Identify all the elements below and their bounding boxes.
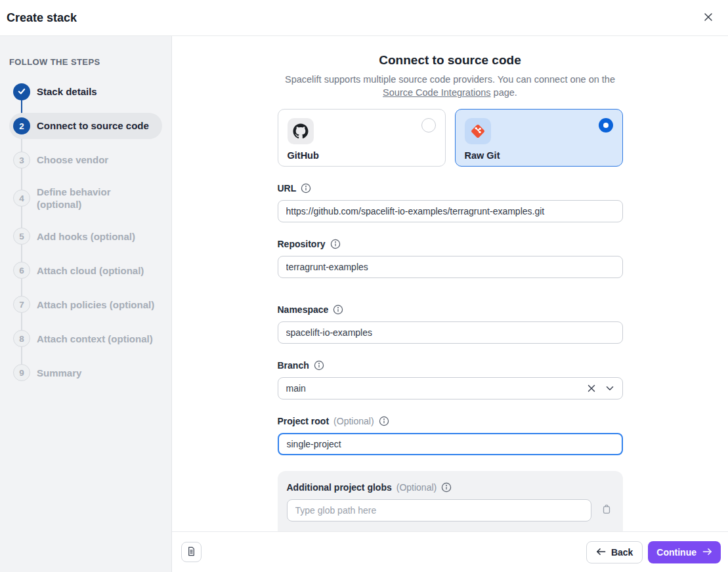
step-circle: 3 xyxy=(13,152,30,169)
documentation-button[interactable] xyxy=(181,542,202,562)
field-label-text: Additional project globs xyxy=(287,482,392,493)
step-circle: 6 xyxy=(13,262,30,279)
field-label-text: Project root xyxy=(278,416,330,426)
provider-radio-raw-git[interactable] xyxy=(599,118,613,133)
step-label: Attach cloud (optional) xyxy=(37,264,144,277)
branch-select-value: main xyxy=(286,383,587,394)
info-icon[interactable] xyxy=(379,416,389,426)
step-label: Attach policies (optional) xyxy=(37,298,154,311)
step-circle: 7 xyxy=(13,296,30,313)
stepper: Stack details 2 Connect to source code 3… xyxy=(9,79,162,386)
step-label: Define behavior (optional) xyxy=(37,186,156,211)
check-icon xyxy=(17,87,26,98)
github-icon xyxy=(288,118,314,144)
delete-glob-button[interactable] xyxy=(599,503,614,517)
field-label-text: Namespace xyxy=(278,304,329,315)
subtitle-text: page. xyxy=(491,87,517,98)
close-icon xyxy=(703,12,714,24)
info-icon[interactable] xyxy=(301,183,311,194)
x-clear-icon[interactable] xyxy=(587,384,596,393)
git-icon xyxy=(465,118,491,144)
step-label: Connect to source code xyxy=(37,119,149,132)
arrow-left-icon xyxy=(596,547,606,558)
continue-button[interactable]: Continue xyxy=(648,541,721,563)
field-repository: Repository xyxy=(278,239,623,278)
step-circle: 9 xyxy=(13,364,30,381)
sidebar-step-add-hooks[interactable]: 5 Add hooks (optional) xyxy=(9,223,162,249)
optional-tag: (Optional) xyxy=(396,482,437,493)
sidebar-step-summary[interactable]: 9 Summary xyxy=(9,359,162,386)
info-icon[interactable] xyxy=(330,239,341,249)
provider-name: Raw Git xyxy=(465,150,613,161)
info-icon[interactable] xyxy=(314,360,324,371)
sidebar-step-connect-source-code[interactable]: 2 Connect to source code xyxy=(9,113,162,139)
step-circle: 4 xyxy=(13,190,30,207)
step-label: Attach context (optional) xyxy=(37,333,153,345)
step-content: Connect to source code Spacelift support… xyxy=(172,36,728,531)
provider-radio-github[interactable] xyxy=(421,118,436,133)
page-subtitle: Spacelift supports multiple source code … xyxy=(278,73,623,100)
sidebar-step-attach-cloud[interactable]: 6 Attach cloud (optional) xyxy=(9,257,162,283)
sidebar-heading: FOLLOW THE STEPS xyxy=(9,57,162,67)
field-project-root: Project root (Optional) xyxy=(278,416,623,455)
field-label-text: Branch xyxy=(278,360,309,371)
wizard-footer: Back Continue xyxy=(172,531,728,572)
step-circle: 8 xyxy=(13,330,30,347)
project-root-input[interactable] xyxy=(278,433,623,455)
step-label: Stack details xyxy=(37,85,97,98)
additional-project-globs-panel: Additional project globs (Optional) xyxy=(278,471,623,531)
repository-input[interactable] xyxy=(278,256,623,278)
field-branch: Branch main xyxy=(278,360,623,399)
optional-tag: (Optional) xyxy=(333,416,374,426)
field-label-text: Repository xyxy=(278,239,326,249)
page-title: Connect to source code xyxy=(278,53,623,68)
sidebar-step-stack-details[interactable]: Stack details xyxy=(9,79,162,105)
provider-card-raw-git[interactable]: Raw Git xyxy=(455,109,623,167)
chevron-down-icon[interactable] xyxy=(605,384,614,393)
back-button-label: Back xyxy=(611,547,633,558)
trash-icon xyxy=(601,503,612,517)
arrow-right-icon xyxy=(702,547,712,558)
info-icon[interactable] xyxy=(333,304,343,315)
sidebar-step-attach-context[interactable]: 8 Attach context (optional) xyxy=(9,325,162,352)
step-circle-current: 2 xyxy=(13,117,30,134)
subtitle-text: Spacelift supports multiple source code … xyxy=(285,74,615,85)
continue-button-label: Continue xyxy=(656,547,696,558)
step-label: Add hooks (optional) xyxy=(37,230,135,243)
step-label: Summary xyxy=(37,367,81,379)
branch-select[interactable]: main xyxy=(278,377,623,399)
info-icon[interactable] xyxy=(441,482,452,493)
main-panel: Connect to source code Spacelift support… xyxy=(172,36,728,572)
close-button[interactable] xyxy=(699,9,717,27)
step-label: Choose vendor xyxy=(37,153,108,166)
sidebar-step-choose-vendor[interactable]: 3 Choose vendor xyxy=(9,147,162,173)
steps-sidebar: FOLLOW THE STEPS Stack details 2 Connect… xyxy=(0,36,172,572)
sidebar-step-attach-policies[interactable]: 7 Attach policies (optional) xyxy=(9,291,162,317)
step-circle-completed xyxy=(13,83,30,100)
field-url: URL xyxy=(278,183,623,222)
provider-options: GitHub xyxy=(278,109,623,167)
glob-path-input[interactable] xyxy=(287,499,591,521)
modal-title: Create stack xyxy=(7,11,77,25)
namespace-input[interactable] xyxy=(278,321,623,344)
step-circle: 5 xyxy=(13,228,30,245)
sidebar-step-define-behavior[interactable]: 4 Define behavior (optional) xyxy=(9,181,162,215)
source-code-integrations-link[interactable]: Source Code Integrations xyxy=(383,87,490,98)
back-button[interactable]: Back xyxy=(586,541,643,563)
url-input[interactable] xyxy=(278,200,623,222)
document-icon xyxy=(186,546,197,559)
modal-header: Create stack xyxy=(0,0,728,36)
field-label-text: URL xyxy=(278,183,297,194)
provider-name: GitHub xyxy=(288,150,436,161)
provider-card-github[interactable]: GitHub xyxy=(278,109,446,167)
create-stack-modal: Create stack FOLLOW THE STEPS xyxy=(0,0,728,572)
field-namespace: Namespace xyxy=(278,304,623,344)
